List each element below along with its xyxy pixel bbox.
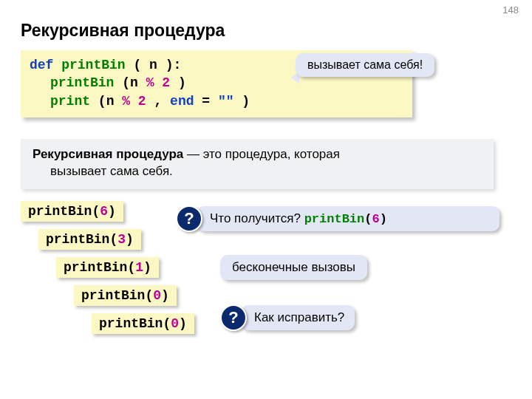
code-line3-end: end <box>170 94 194 109</box>
call-stack: printBin(6) printBin(3) printBin(1) prin… <box>21 201 194 341</box>
question1-call-arg: 6 <box>372 212 379 226</box>
stack-fn: printBin <box>46 232 109 247</box>
callout-self-call: вызывает сама себя! <box>296 53 434 77</box>
code-fn-name: printBin <box>61 58 125 72</box>
code-kw-def: def <box>30 58 53 72</box>
stack-arg: 3 <box>117 232 126 247</box>
note-infinite-calls: бесконечные вызовы <box>220 255 367 280</box>
question2-text: Как исправить? <box>241 305 355 330</box>
code-line3-op: % <box>122 94 138 109</box>
stack-fn: printBin <box>81 288 145 303</box>
stack-fn: printBin <box>64 260 127 275</box>
code-line3-open: (n <box>98 94 115 109</box>
stack-item: printBin(3) <box>38 229 141 250</box>
code-line2-num: 2 <box>162 75 170 90</box>
stack-paren: ) <box>143 260 151 275</box>
stack-paren: ( <box>127 260 135 275</box>
stack-arg: 6 <box>100 204 108 219</box>
question1-text: Что получится? <box>210 211 304 225</box>
stack-item: printBin(0) <box>92 313 194 334</box>
question-how-fix: ? Как исправить? <box>220 304 355 331</box>
stack-item: printBin(1) <box>56 257 159 278</box>
code-line2-close: ) <box>178 75 186 90</box>
stack-paren: ) <box>126 232 134 247</box>
stack-paren: ( <box>109 232 117 247</box>
code-call: printBin <box>50 75 114 90</box>
definition-term: Рекурсивная процедура <box>33 147 183 161</box>
stack-paren: ( <box>145 288 153 303</box>
stack-paren: ( <box>92 204 100 219</box>
stack-paren: ) <box>108 204 116 219</box>
question-mark-icon: ? <box>176 205 202 232</box>
code-line3-mid: , <box>154 94 170 109</box>
page-title: Рекурсивная процедура <box>21 21 225 41</box>
question1-call-fn: printBin <box>304 212 365 226</box>
code-sig: ( n ): <box>133 58 181 72</box>
code-print: print <box>50 94 90 109</box>
stack-fn: printBin <box>99 316 163 331</box>
stack-arg: 0 <box>153 288 161 303</box>
code-line2-open: (n <box>122 75 138 90</box>
code-line3-num: 2 <box>138 94 146 109</box>
page-number: 148 <box>502 4 519 16</box>
stack-item: printBin(0) <box>74 285 177 306</box>
stack-arg: 1 <box>135 260 143 275</box>
stack-paren: ) <box>179 316 187 331</box>
stack-paren: ( <box>163 316 171 331</box>
code-line3-eq: = <box>202 94 218 109</box>
definition-cont: вызывает сама себя. <box>33 163 482 180</box>
question1-call-open: ( <box>364 212 372 226</box>
definition-rest: — это процедура, которая <box>187 147 340 161</box>
code-line2-op: % <box>146 75 163 90</box>
definition-box: Рекурсивная процедура — это процедура, к… <box>21 139 494 189</box>
question-what-result: ? Что получится? printBin(6) <box>176 205 499 232</box>
question-mark-icon: ? <box>220 304 247 331</box>
stack-fn: printBin <box>28 204 92 219</box>
stack-item: printBin(6) <box>21 201 123 222</box>
stack-arg: 0 <box>171 316 179 331</box>
stack-paren: ) <box>161 288 169 303</box>
code-line3-close: ) <box>242 94 250 109</box>
question1-call-close: ) <box>380 212 387 226</box>
code-line3-q: "" <box>218 94 234 109</box>
